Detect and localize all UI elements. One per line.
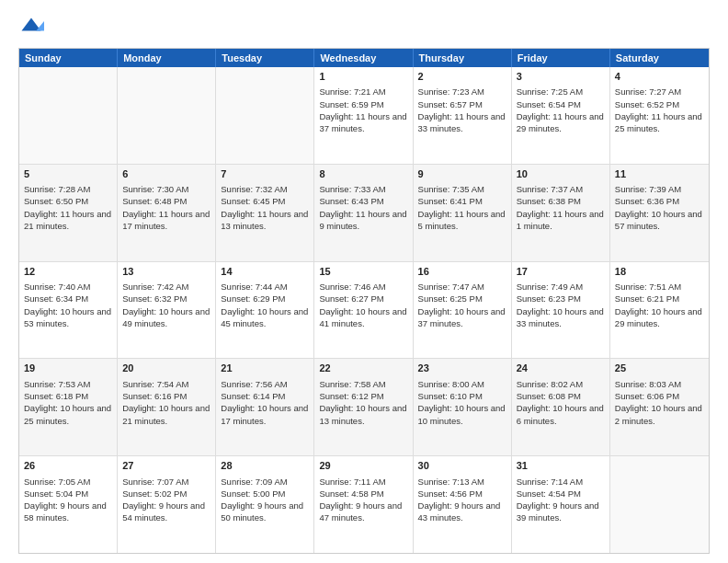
day-number: 29: [319, 459, 407, 473]
sunset-text: Sunset: 6:10 PM: [418, 391, 483, 401]
cal-cell-5-5: 30Sunrise: 7:13 AMSunset: 4:56 PMDayligh…: [414, 456, 512, 553]
day-number: 16: [418, 265, 506, 279]
sunrise-text: Sunrise: 7:11 AM: [319, 477, 385, 487]
sunset-text: Sunset: 6:45 PM: [221, 196, 285, 206]
sunrise-text: Sunrise: 7:44 AM: [221, 282, 287, 292]
cal-cell-5-6: 31Sunrise: 7:14 AMSunset: 4:54 PMDayligh…: [512, 456, 610, 553]
daylight-text: Daylight: 10 hours and 25 minutes.: [24, 403, 111, 425]
sunrise-text: Sunrise: 7:25 AM: [517, 86, 583, 97]
cal-cell-1-4: 1Sunrise: 7:21 AMSunset: 6:59 PMDaylight…: [314, 67, 413, 164]
cal-cell-3-7: 18Sunrise: 7:51 AMSunset: 6:21 PMDayligh…: [610, 262, 709, 359]
sunset-text: Sunset: 6:25 PM: [418, 293, 483, 304]
cal-cell-3-6: 17Sunrise: 7:49 AMSunset: 6:23 PMDayligh…: [512, 262, 610, 359]
day-number: 12: [24, 265, 112, 279]
day-number: 5: [24, 167, 112, 181]
cal-cell-4-7: 25Sunrise: 8:03 AMSunset: 6:06 PMDayligh…: [610, 359, 709, 455]
day-number: 14: [221, 265, 309, 279]
cal-cell-4-2: 20Sunrise: 7:54 AMSunset: 6:16 PMDayligh…: [118, 359, 216, 455]
day-number: 26: [24, 459, 112, 473]
sunrise-text: Sunrise: 7:28 AM: [24, 184, 90, 194]
daylight-text: Daylight: 9 hours and 54 minutes.: [122, 500, 205, 523]
daylight-text: Daylight: 11 hours and 5 minutes.: [418, 209, 506, 231]
sunrise-text: Sunrise: 7:09 AM: [221, 477, 287, 487]
sunrise-text: Sunrise: 7:40 AM: [24, 282, 90, 292]
sunrise-text: Sunrise: 7:21 AM: [319, 86, 385, 97]
day-number: 9: [418, 167, 506, 181]
sunrise-text: Sunrise: 7:23 AM: [418, 86, 484, 97]
cal-cell-2-4: 8Sunrise: 7:33 AMSunset: 6:43 PMDaylight…: [314, 165, 413, 261]
logo-icon: [18, 15, 44, 40]
cal-cell-2-5: 9Sunrise: 7:35 AMSunset: 6:41 PMDaylight…: [414, 165, 512, 261]
daylight-text: Daylight: 10 hours and 21 minutes.: [122, 403, 210, 425]
sunrise-text: Sunrise: 7:35 AM: [418, 184, 484, 194]
cal-cell-2-2: 6Sunrise: 7:30 AMSunset: 6:48 PMDaylight…: [118, 165, 216, 261]
sunrise-text: Sunrise: 7:05 AM: [24, 477, 90, 487]
sunrise-text: Sunrise: 7:54 AM: [122, 379, 188, 389]
sunset-text: Sunset: 6:32 PM: [122, 293, 187, 304]
day-number: 7: [221, 167, 309, 181]
cal-cell-2-3: 7Sunrise: 7:32 AMSunset: 6:45 PMDaylight…: [216, 165, 314, 261]
day-number: 20: [122, 362, 210, 375]
daylight-text: Daylight: 10 hours and 41 minutes.: [319, 306, 406, 328]
daylight-text: Daylight: 10 hours and 37 minutes.: [418, 306, 506, 328]
day-number: 13: [122, 265, 210, 279]
cal-cell-4-1: 19Sunrise: 7:53 AMSunset: 6:18 PMDayligh…: [19, 359, 118, 455]
cal-cell-3-2: 13Sunrise: 7:42 AMSunset: 6:32 PMDayligh…: [118, 262, 216, 359]
sunset-text: Sunset: 4:58 PM: [319, 488, 383, 499]
cal-cell-3-4: 15Sunrise: 7:46 AMSunset: 6:27 PMDayligh…: [314, 262, 413, 359]
sunrise-text: Sunrise: 8:00 AM: [418, 379, 484, 389]
header-day-friday: Friday: [512, 49, 610, 67]
sunset-text: Sunset: 6:50 PM: [24, 196, 88, 206]
daylight-text: Daylight: 11 hours and 13 minutes.: [221, 209, 308, 231]
sunset-text: Sunset: 6:43 PM: [319, 196, 383, 206]
sunrise-text: Sunrise: 7:42 AM: [122, 282, 188, 292]
sunset-text: Sunset: 6:54 PM: [517, 99, 581, 109]
header-day-sunday: Sunday: [19, 49, 118, 67]
sunrise-text: Sunrise: 7:37 AM: [517, 184, 583, 194]
cal-cell-4-5: 23Sunrise: 8:00 AMSunset: 6:10 PMDayligh…: [414, 359, 512, 455]
sunset-text: Sunset: 4:54 PM: [517, 488, 581, 499]
sunrise-text: Sunrise: 7:14 AM: [517, 477, 583, 487]
day-number: 21: [221, 362, 309, 375]
day-number: 24: [517, 362, 605, 375]
sunset-text: Sunset: 5:02 PM: [122, 488, 187, 499]
daylight-text: Daylight: 11 hours and 17 minutes.: [122, 209, 210, 231]
daylight-text: Daylight: 10 hours and 2 minutes.: [615, 403, 702, 425]
sunset-text: Sunset: 6:21 PM: [615, 293, 679, 304]
day-number: 10: [517, 167, 605, 181]
daylight-text: Daylight: 9 hours and 58 minutes.: [24, 500, 107, 523]
day-number: 15: [319, 265, 407, 279]
sunset-text: Sunset: 6:52 PM: [615, 99, 679, 109]
daylight-text: Daylight: 9 hours and 50 minutes.: [221, 500, 303, 523]
sunrise-text: Sunrise: 7:13 AM: [418, 477, 484, 487]
daylight-text: Daylight: 11 hours and 29 minutes.: [517, 111, 604, 133]
sunset-text: Sunset: 6:41 PM: [418, 196, 483, 206]
daylight-text: Daylight: 10 hours and 6 minutes.: [517, 403, 604, 425]
header: [18, 15, 710, 40]
daylight-text: Daylight: 10 hours and 49 minutes.: [122, 306, 210, 328]
day-number: 11: [615, 167, 704, 181]
header-day-monday: Monday: [118, 49, 216, 67]
cal-cell-1-7: 4Sunrise: 7:27 AMSunset: 6:52 PMDaylight…: [610, 67, 709, 164]
cal-cell-3-3: 14Sunrise: 7:44 AMSunset: 6:29 PMDayligh…: [216, 262, 314, 359]
cal-cell-1-6: 3Sunrise: 7:25 AMSunset: 6:54 PMDaylight…: [512, 67, 610, 164]
daylight-text: Daylight: 11 hours and 37 minutes.: [319, 111, 406, 133]
sunrise-text: Sunrise: 8:02 AM: [517, 379, 583, 389]
cal-cell-5-1: 26Sunrise: 7:05 AMSunset: 5:04 PMDayligh…: [19, 456, 118, 553]
daylight-text: Daylight: 10 hours and 53 minutes.: [24, 306, 111, 328]
daylight-text: Daylight: 9 hours and 39 minutes.: [517, 500, 599, 523]
sunset-text: Sunset: 6:34 PM: [24, 293, 88, 304]
cal-cell-3-1: 12Sunrise: 7:40 AMSunset: 6:34 PMDayligh…: [19, 262, 118, 359]
header-day-saturday: Saturday: [610, 49, 709, 67]
daylight-text: Daylight: 10 hours and 13 minutes.: [319, 403, 406, 425]
daylight-text: Daylight: 10 hours and 29 minutes.: [615, 306, 702, 328]
cal-cell-4-3: 21Sunrise: 7:56 AMSunset: 6:14 PMDayligh…: [216, 359, 314, 455]
sunset-text: Sunset: 6:16 PM: [122, 391, 187, 401]
sunset-text: Sunset: 6:12 PM: [319, 391, 383, 401]
daylight-text: Daylight: 9 hours and 47 minutes.: [319, 500, 402, 523]
day-number: 31: [517, 459, 605, 473]
sunset-text: Sunset: 6:36 PM: [615, 196, 679, 206]
day-number: 6: [122, 167, 210, 181]
daylight-text: Daylight: 10 hours and 57 minutes.: [615, 209, 702, 231]
sunrise-text: Sunrise: 7:32 AM: [221, 184, 287, 194]
